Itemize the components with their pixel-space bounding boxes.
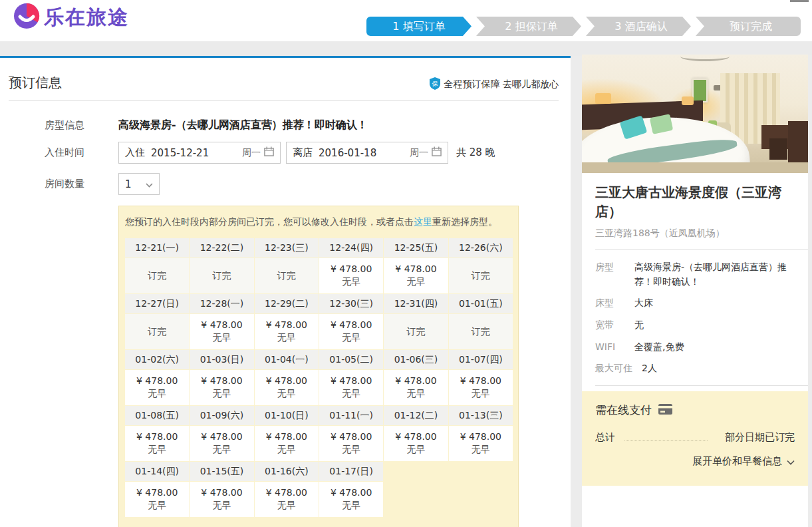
calendar-date-cell: 01-07(四) [449, 350, 513, 369]
total-dotted-line [624, 440, 708, 440]
calendar-date-cell: 12-28(一) [190, 294, 253, 313]
price-value: ¥ 478.00 [125, 487, 189, 498]
calendar-date-cell: 12-21(一) [125, 238, 189, 258]
meal-label: 无早 [449, 444, 513, 456]
calendar-date-cell: 01-16(六) [255, 462, 319, 481]
sidebar-divider [595, 385, 808, 386]
meal-label: 无早 [125, 500, 189, 512]
meal-label: 无早 [319, 444, 383, 456]
chevron-down-icon [146, 178, 153, 190]
meal-label: 无早 [125, 444, 189, 456]
calendar-date-cell: 01-11(一) [319, 406, 383, 425]
booking-panel: 预订信息 保 全程预订保障 去哪儿都放心 房型信息 高级海景房-（去哪儿网酒店直… [0, 56, 571, 527]
calendar-price-cell: ¥ 478.00无早 [255, 314, 319, 349]
logo-smiley-icon [13, 3, 40, 32]
total-label: 总计 [595, 431, 615, 444]
calendar-date-cell: 01-14(四) [125, 462, 189, 481]
payment-panel: 需在线支付 总计 部分日期已订完 展开单价和早餐信息 [582, 391, 808, 486]
meal-label: 无早 [449, 388, 513, 400]
meal-label: 无早 [190, 500, 253, 512]
price-value: ¥ 478.00 [384, 264, 448, 274]
calendar-date-cell: 01-17(日) [319, 462, 383, 481]
room-type-label: 房型信息 [45, 119, 94, 132]
calendar-date-cell: 01-15(五) [190, 462, 253, 481]
rooms-count-select[interactable]: 1 [118, 173, 160, 195]
meal-label: 无早 [190, 332, 253, 344]
detail-label: WIFI [595, 340, 625, 355]
calendar-date-cell: 12-26(六) [449, 238, 513, 258]
meal-label: 无早 [255, 388, 319, 400]
checkin-date: 2015-12-21 [151, 147, 209, 159]
calendar-empty-cell [449, 462, 513, 481]
calendar-soldout-cell: 订完 [384, 314, 448, 349]
header-gray-band [0, 41, 812, 56]
price-value: ¥ 478.00 [384, 375, 448, 386]
checkin-date-input[interactable]: 入住 2015-12-21 周一 [118, 142, 281, 164]
step-guarantee-order: 2 担保订单 [476, 17, 581, 36]
top-bar: 乐在旅途 1 填写订单 2 担保订单 3 酒店确认 预订完成 [0, 0, 812, 41]
page-title: 预订信息 [9, 74, 62, 92]
meal-label: 无早 [255, 332, 319, 344]
hotel-address: 三亚湾路188号（近凤凰机场） [595, 228, 797, 240]
calendar-table: 12-21(一)12-22(二)12-23(三)12-24(四)12-25(五)… [124, 238, 513, 518]
calendar-date-cell: 12-27(日) [125, 294, 189, 313]
meal-label: 无早 [190, 388, 253, 400]
calendar-icon[interactable] [264, 146, 274, 159]
calendar-price-cell: ¥ 478.00无早 [384, 258, 448, 293]
notice-text-before: 您预订的入住时段内部分房间已订完，您可以修改入住时段，或者点击 [125, 216, 414, 227]
calendar-price-cell: ¥ 478.00无早 [319, 426, 383, 461]
calendar-date-cell: 01-03(日) [190, 350, 253, 369]
detail-label: 宽带 [595, 318, 625, 333]
total-status: 部分日期已订完 [725, 431, 795, 444]
price-value: ¥ 478.00 [255, 375, 319, 386]
calendar-date-cell: 12-23(三) [255, 238, 319, 258]
detail-row: WIFI 全覆盖,免费 [595, 340, 797, 355]
calendar-date-cell: 01-05(二) [319, 350, 383, 369]
calendar-icon[interactable] [432, 146, 442, 159]
hotel-photo [582, 55, 808, 173]
calendar-date-cell: 01-09(六) [190, 406, 253, 425]
rooms-count-label: 房间数量 [45, 178, 94, 190]
calendar-soldout-cell: 订完 [125, 258, 189, 293]
detail-row: 最大可住 2人 [595, 361, 797, 376]
site-logo[interactable]: 乐在旅途 [13, 3, 129, 32]
calendar-empty-cell [384, 462, 448, 481]
progress-steps: 1 填写订单 2 担保订单 3 酒店确认 预订完成 [366, 17, 801, 36]
price-value: ¥ 478.00 [255, 431, 319, 442]
calendar-price-cell: ¥ 478.00无早 [190, 370, 253, 405]
checkout-date-input[interactable]: 离店 2016-01-18 周一 [286, 142, 448, 164]
calendar-price-cell: ¥ 478.00无早 [319, 258, 383, 293]
price-value: ¥ 478.00 [319, 487, 383, 498]
price-value: ¥ 478.00 [125, 375, 189, 386]
calendar-price-cell: ¥ 478.00无早 [255, 426, 319, 461]
calendar-price-cell: ¥ 478.00无早 [255, 370, 319, 405]
calendar-date-cell: 01-13(三) [449, 406, 513, 425]
title-divider [9, 100, 559, 101]
calendar-price-cell: ¥ 478.00无早 [319, 482, 383, 517]
meal-label: 无早 [319, 332, 383, 344]
price-value: ¥ 478.00 [384, 431, 448, 442]
calendar-soldout-cell: 订完 [190, 258, 253, 293]
expand-price-breakfast-toggle[interactable]: 展开单价和早餐信息 [595, 455, 795, 468]
guarantee-note: 保 全程预订保障 去哪儿都放心 [430, 77, 559, 92]
detail-value: 无 [634, 318, 644, 333]
calendar-price-cell: ¥ 478.00无早 [319, 314, 383, 349]
calendar-soldout-cell: 订完 [255, 258, 319, 293]
detail-value: 全覆盖,免费 [634, 340, 684, 355]
calendar-price-cell: ¥ 478.00无早 [449, 370, 513, 405]
meal-label: 无早 [125, 388, 189, 400]
reselect-room-link[interactable]: 这里 [414, 216, 432, 227]
booking-form: 房型信息 高级海景房-（去哪儿网酒店直营）推荐！即时确认！ 入住时间 入住 20… [9, 118, 571, 195]
checkin-prefix: 入住 [125, 146, 145, 159]
calendar-soldout-cell: 订完 [449, 258, 513, 293]
calendar-date-cell: 12-29(二) [255, 294, 319, 313]
price-value: ¥ 478.00 [255, 487, 319, 498]
notice-text-after: 重新选择房型。 [432, 216, 497, 227]
step-booking-done: 预订完成 [696, 17, 801, 36]
calendar-price-cell: ¥ 478.00无早 [190, 482, 253, 517]
calendar-date-cell: 01-01(五) [449, 294, 513, 313]
calendar-date-cell: 12-31(四) [384, 294, 448, 313]
top-right-dash [790, 0, 809, 2]
calendar-price-cell: ¥ 478.00无早 [255, 482, 319, 517]
price-value: ¥ 478.00 [190, 319, 253, 330]
